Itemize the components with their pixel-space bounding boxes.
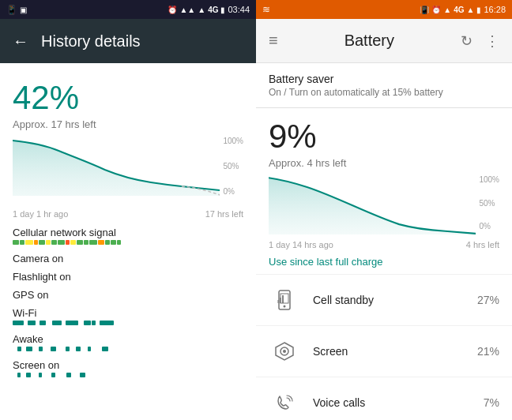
- awake-bar: [0, 347, 256, 354]
- left-y-top: 100%: [223, 137, 243, 145]
- battery-icon-left: ▮: [220, 6, 225, 14]
- battery-saver-section: Battery saver On / Turn on automatically…: [256, 63, 512, 108]
- screen-item-pct: 21%: [477, 345, 499, 358]
- right-header: ≡ Battery ↻ ⋮: [256, 19, 512, 63]
- right-y-mid: 50%: [479, 199, 499, 208]
- left-chart-area: 100% 50% 0%: [0, 137, 256, 208]
- cellular-bar-visual: [13, 240, 243, 245]
- right-status-left-icons: ≋: [262, 4, 270, 15]
- wifi-icon-left: ▲: [198, 6, 205, 14]
- battery-saver-title: Battery saver: [269, 73, 499, 85]
- right-approx-time: Approx. 4 hrs left: [256, 156, 512, 175]
- left-time: 03:44: [228, 5, 250, 14]
- flashlight-label: Flashlight on: [0, 266, 256, 284]
- left-header-title: History details: [41, 32, 141, 51]
- screen-bar-visual: [13, 373, 243, 377]
- right-panel: Battery saver On / Turn on automatically…: [256, 63, 512, 420]
- left-y-mid: 50%: [223, 162, 243, 171]
- menu-button[interactable]: ≡: [269, 32, 278, 50]
- screen-label: Screen on: [0, 354, 256, 373]
- wifi-icon-right: ▲: [443, 6, 451, 14]
- gps-label: GPS on: [0, 284, 256, 302]
- right-time: 16:28: [484, 5, 506, 14]
- cell-standby-label: Cell standby: [313, 294, 477, 306]
- screen-item-label: Screen: [313, 345, 477, 358]
- battery-icon-right: ▮: [476, 6, 481, 14]
- right-header-actions: ↻ ⋮: [461, 32, 499, 50]
- left-header: ← History details: [0, 19, 256, 63]
- alarm-icon: ⏰: [168, 6, 177, 14]
- right-chart-svg: [269, 175, 476, 234]
- cell-standby-pct: 27%: [477, 294, 499, 306]
- refresh-button[interactable]: ↻: [461, 32, 472, 50]
- right-chart-time-row: 1 day 14 hrs ago 4 hrs left: [256, 240, 512, 249]
- voice-calls-pct: 7%: [484, 396, 499, 409]
- right-status-right-icons: 📳 ⏰ ▲ 4G ▲ ▮ 16:28: [420, 5, 506, 14]
- signal-icon-right: ▲: [467, 6, 475, 14]
- right-header-title: Battery: [344, 32, 394, 50]
- voice-calls-label: Voice calls: [313, 396, 484, 409]
- wifi-bar-visual: [13, 321, 243, 325]
- right-chart-area: 100% 50% 0%: [256, 175, 512, 238]
- voice-calls-item: Voice calls 7%: [256, 377, 512, 420]
- right-y-top: 100%: [479, 175, 499, 184]
- left-chart-time-row: 1 day 1 hr ago 17 hrs left: [0, 209, 256, 219]
- cell-standby-item: Cell standby 27%: [256, 274, 512, 325]
- svg-rect-5: [282, 295, 284, 303]
- wifi-bar: [0, 321, 256, 328]
- right-time-end: 4 hrs left: [466, 240, 499, 249]
- camera-label: Camera on: [0, 248, 256, 266]
- left-chart-y-labels: 100% 50% 0%: [220, 137, 243, 196]
- left-status-bar: 📱 ▣ ⏰ ▲▲ ▲ 4G ▮ 03:44: [0, 0, 256, 19]
- wifi-label: Wi-Fi: [0, 302, 256, 321]
- left-status-right-icons: ⏰ ▲▲ ▲ 4G ▮ 03:44: [168, 5, 250, 14]
- svg-point-2: [284, 306, 286, 308]
- svg-point-8: [283, 350, 286, 353]
- right-battery-percent: 9%: [256, 108, 512, 156]
- more-button[interactable]: ⋮: [485, 32, 499, 50]
- screen-bar: [0, 373, 256, 381]
- left-y-bot: 0%: [223, 187, 243, 196]
- right-chart-y-labels: 100% 50% 0%: [476, 175, 499, 231]
- use-since-link[interactable]: Use since last full charge: [256, 249, 512, 274]
- right-time-start: 1 day 14 hrs ago: [269, 240, 333, 249]
- left-panel: 42% Approx. 17 hrs left: [0, 63, 256, 420]
- stream-icon: ≋: [262, 4, 270, 15]
- left-chart-svg: [13, 137, 220, 196]
- left-approx-time: Approx. 17 hrs left: [0, 117, 256, 137]
- right-status-bar: ≋ 📳 ⏰ ▲ 4G ▲ ▮ 16:28: [256, 0, 512, 19]
- 4g-label-left: 4G: [208, 6, 218, 14]
- awake-label: Awake: [0, 328, 256, 347]
- svg-rect-4: [280, 298, 281, 303]
- right-y-bot: 0%: [479, 222, 499, 231]
- voice-calls-icon: [269, 387, 300, 418]
- left-usage-section: Cellular network signal: [0, 219, 256, 384]
- sim-icon: ▣: [20, 6, 27, 14]
- alarm-icon-right: ⏰: [431, 6, 441, 14]
- signal-icon: ▲▲: [179, 6, 195, 14]
- left-battery-percent: 42%: [0, 73, 256, 117]
- awake-bar-visual: [13, 347, 243, 351]
- screen-icon: [269, 336, 300, 367]
- left-time-start: 1 day 1 hr ago: [13, 209, 68, 219]
- phone-icon: 📱: [6, 5, 17, 15]
- svg-rect-1: [280, 294, 288, 303]
- svg-rect-3: [277, 300, 279, 303]
- left-status-icons: 📱 ▣: [6, 5, 27, 15]
- left-time-end: 17 hrs left: [205, 209, 243, 219]
- vibrate-icon: 📳: [420, 6, 429, 14]
- cell-standby-icon: [269, 284, 300, 316]
- battery-saver-subtitle: On / Turn on automatically at 15% batter…: [269, 87, 499, 98]
- back-button[interactable]: ←: [13, 32, 28, 51]
- 4g-label-right: 4G: [454, 6, 464, 14]
- cellular-label: Cellular network signal: [0, 222, 256, 240]
- screen-item: Screen 21%: [256, 325, 512, 377]
- cellular-bar: [0, 240, 256, 248]
